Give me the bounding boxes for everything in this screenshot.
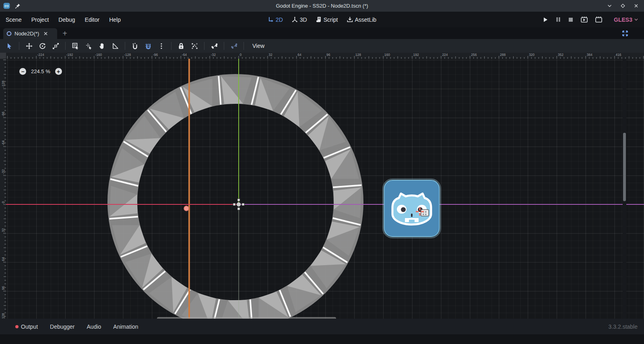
h-ruler-label: 0 [240, 53, 242, 57]
group-button[interactable] [189, 41, 200, 51]
pin-icon[interactable] [15, 3, 21, 9]
zoom-out-button[interactable]: − [19, 68, 26, 75]
h-ruler-label: 64 [297, 53, 301, 57]
play-custom-scene-button[interactable] [595, 16, 602, 23]
h-ruler-label: -192 [66, 53, 73, 57]
h-ruler-label: -32 [211, 53, 216, 57]
h-ruler-label: 192 [413, 53, 419, 57]
close-window-icon[interactable] [633, 3, 639, 9]
play-scene-button[interactable] [581, 16, 588, 23]
h-ruler-label: -128 [124, 53, 131, 57]
renderer-label: GLES3 [614, 16, 632, 23]
panel-audio[interactable]: Audio [87, 323, 101, 330]
smart-snap-button[interactable] [130, 41, 140, 51]
workspace-2d[interactable]: 2D [268, 16, 283, 23]
pause-button[interactable] [556, 17, 561, 22]
renderer-select[interactable]: GLES3 [614, 16, 638, 23]
skeleton-options-button[interactable] [229, 41, 239, 51]
bone-tool-button[interactable] [209, 41, 219, 51]
origin-gizmo-handle [237, 199, 240, 201]
horizontal-ruler[interactable]: -224-192-160-128-96-64-32032649612816019… [6, 53, 644, 59]
panel-debugger-label: Debugger [50, 323, 75, 330]
v-ruler-label: 0 [1, 201, 5, 203]
scale-tool-button[interactable] [50, 41, 61, 51]
h-ruler-label: 256 [471, 53, 477, 57]
lock-button[interactable] [176, 41, 186, 51]
ruler-tool-button[interactable] [110, 41, 120, 51]
v-ruler-label: 128 [1, 313, 5, 319]
panel-output-label: Output [21, 323, 38, 330]
3d-icon [292, 16, 298, 23]
grid-snap-button[interactable] [143, 41, 153, 51]
panel-debugger[interactable]: Debugger [50, 323, 75, 330]
play-button[interactable] [543, 17, 548, 23]
workspace-script[interactable]: Script [316, 16, 338, 23]
distraction-free-icon[interactable] [621, 30, 629, 37]
drag-preview-dot [425, 214, 427, 215]
godot-editor-window: Godot Engine - SS2D - Node2D.tscn (*) Sc… [0, 0, 644, 344]
h-ruler-label: 128 [355, 53, 361, 57]
list-select-tool-button[interactable] [70, 41, 80, 51]
workspace-assetlib-label: AssetLib [355, 16, 376, 23]
godot-pupil [401, 207, 406, 212]
engine-version: 3.3.2.stable [609, 323, 638, 330]
vertical-ruler[interactable]: -128-96-64-320326496128 [0, 59, 6, 319]
h-ruler-label: 288 [500, 53, 506, 57]
drag-preview-dot [423, 214, 424, 215]
pan-tool-button[interactable] [97, 41, 107, 51]
vertical-scrollbar[interactable] [623, 133, 626, 201]
minimize-icon[interactable] [606, 3, 613, 9]
godot-app-icon [3, 2, 10, 9]
drag-preview-icon [421, 210, 429, 216]
move-tool-button[interactable] [24, 41, 34, 51]
maximize-icon[interactable] [619, 3, 626, 9]
menu-project[interactable]: Project [31, 16, 49, 23]
window-footer [0, 334, 644, 344]
panel-animation[interactable]: Animation [113, 323, 138, 330]
shape-control-point [184, 206, 189, 211]
workspace-script-label: Script [324, 16, 338, 23]
h-ruler-label: -160 [95, 53, 102, 57]
canvas-area: -224-192-160-128-96-64-32032649612816019… [0, 53, 644, 319]
menu-debug[interactable]: Debug [58, 16, 75, 23]
h-ruler-label: 96 [326, 53, 330, 57]
node2d-icon [6, 31, 12, 36]
zoom-in-button[interactable]: + [55, 68, 62, 75]
zoom-level-label[interactable]: 224.5 % [31, 68, 50, 74]
h-ruler-label: 160 [384, 53, 390, 57]
stop-button[interactable] [568, 17, 573, 22]
menubar: Scene Project Debug Editor Help 2D [0, 12, 644, 27]
origin-gizmo-handle [233, 203, 235, 206]
view-menu[interactable]: View [248, 43, 268, 49]
script-icon [316, 16, 322, 23]
menu-scene[interactable]: Scene [6, 16, 22, 23]
move-pivot-tool-button[interactable] [83, 41, 94, 51]
new-tab-button[interactable]: + [60, 29, 69, 38]
menu-editor[interactable]: Editor [85, 16, 100, 23]
panel-animation-label: Animation [113, 323, 138, 330]
scene-tabbar: Node2D(*) + [0, 27, 644, 39]
h-ruler-label: -224 [37, 53, 44, 57]
h-ruler-label: 416 [615, 53, 621, 57]
h-ruler-label: 32 [268, 53, 272, 57]
tab-node2d[interactable]: Node2D(*) [3, 28, 57, 39]
2d-icon [268, 16, 274, 23]
v-ruler-label: -96 [1, 111, 5, 117]
workspace-assetlib[interactable]: AssetLib [347, 16, 376, 23]
v-ruler-label: -32 [1, 169, 5, 175]
canvas-toolbar: View [0, 39, 644, 53]
snap-options-button[interactable] [156, 41, 167, 51]
scene-canvas[interactable] [6, 59, 644, 319]
chevron-down-icon [634, 17, 638, 22]
v-ruler-label: 96 [1, 286, 5, 290]
panel-output[interactable]: Output [15, 323, 38, 330]
menu-help[interactable]: Help [109, 16, 121, 23]
titlebar: Godot Engine - SS2D - Node2D.tscn (*) [0, 0, 644, 12]
select-tool-button[interactable] [4, 41, 14, 51]
tab-close-icon[interactable] [43, 31, 48, 36]
window-title: Godot Engine - SS2D - Node2D.tscn (*) [0, 3, 644, 9]
workspace-3d-label: 3D [300, 16, 307, 23]
rotate-tool-button[interactable] [37, 41, 47, 51]
2d-viewport[interactable]: − 224.5 % + [6, 59, 644, 319]
workspace-3d[interactable]: 3D [292, 16, 307, 23]
